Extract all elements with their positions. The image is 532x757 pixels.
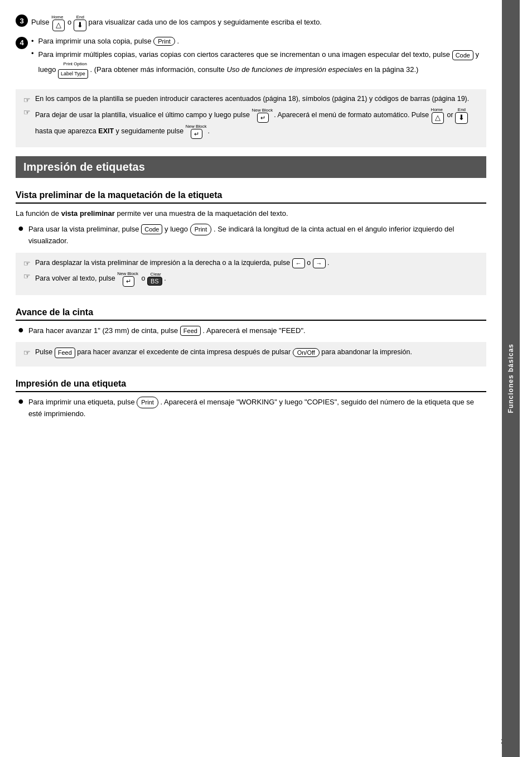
side-tab: Funciones básicas bbox=[502, 0, 520, 757]
labeltype-sup: Print Option bbox=[58, 61, 88, 68]
feed-bullet-text: Para hacer avanzar 1" (23 mm) de cinta, … bbox=[28, 325, 306, 337]
labeltype-key-wrapper: Print Option Label Type bbox=[58, 61, 88, 80]
feed-note-block: ☞ Pulse Feed para hacer avanzar el exced… bbox=[16, 342, 486, 366]
home-key-wrapper: Home △ bbox=[51, 15, 65, 31]
home-key-wrapper-2: Home △ bbox=[431, 107, 445, 124]
print-bullet-item: ● Para imprimir una etiqueta, pulse Prin… bbox=[18, 397, 486, 420]
newblock-sup-3: New Block bbox=[117, 271, 139, 276]
feed-bullet-item: ● Para hacer avanzar 1" (23 mm) de cinta… bbox=[18, 325, 486, 337]
onoff-key[interactable]: On/Off bbox=[293, 348, 320, 357]
page: 3 Pulse Home △ o End ⬇ para visualizar c… bbox=[0, 0, 532, 757]
newblock-key-2[interactable]: ↵ bbox=[191, 129, 202, 139]
bs-key[interactable]: BS bbox=[147, 277, 162, 286]
step4-row: 4 • Para imprimir una sola copia, pulse … bbox=[16, 37, 486, 83]
preview-bullet-dot: ● bbox=[18, 223, 24, 234]
step3-circle: 3 bbox=[16, 15, 28, 27]
step3-row: 3 Pulse Home △ o End ⬇ para visualizar c… bbox=[16, 15, 486, 31]
print-bullet-dot: ● bbox=[18, 396, 24, 407]
bs-sup: Clear bbox=[147, 272, 162, 277]
newblock-key-wrapper-3: New Block ↵ bbox=[117, 271, 139, 286]
section1-heading: Impresión de etiquetas bbox=[16, 156, 486, 178]
step4-bullet1: • Para imprimir una sola copia, pulse Pr… bbox=[31, 37, 486, 46]
subsection1-heading: Vista preliminar de la maquetación de la… bbox=[16, 186, 486, 204]
home-sup: Home bbox=[51, 15, 65, 20]
end-key-2[interactable]: ⬇ bbox=[455, 112, 468, 124]
step4-bullet2: • Para imprimir múltiples copias, varias… bbox=[31, 49, 486, 79]
newblock-key-wrapper-1: New Block ↵ bbox=[252, 108, 274, 123]
side-tab-label: Funciones básicas bbox=[507, 344, 515, 413]
bs-key-wrapper: Clear BS bbox=[147, 272, 162, 286]
end-sup-2: End bbox=[455, 107, 468, 112]
note2-line2: ☞ Para volver al texto, pulse New Block … bbox=[23, 271, 478, 286]
end-sup: End bbox=[74, 15, 86, 20]
newblock-sup-1: New Block bbox=[252, 108, 274, 113]
preview-bullet-text: Para usar la vista preliminar, pulse Cod… bbox=[28, 224, 486, 247]
right-arrow-key[interactable]: → bbox=[313, 258, 326, 268]
note-icon-4: ☞ bbox=[23, 272, 31, 281]
print-key-2[interactable]: Print bbox=[190, 224, 212, 236]
preview-intro-paragraph: La función de vista preliminar permite v… bbox=[16, 208, 486, 219]
note-icon-2: ☞ bbox=[23, 108, 31, 117]
note-icon-1: ☞ bbox=[23, 95, 31, 104]
left-arrow-key[interactable]: ← bbox=[292, 258, 305, 268]
feed-key-2[interactable]: Feed bbox=[55, 348, 75, 358]
feed-key-1[interactable]: Feed bbox=[180, 326, 201, 336]
end-key-wrapper-2: End ⬇ bbox=[455, 107, 468, 124]
code-key-2[interactable]: Code bbox=[141, 224, 162, 234]
step4-bullet2-text: Para imprimir múltiples copias, varias c… bbox=[38, 49, 486, 79]
note-block-2: ☞ Para desplazar la vista preliminar de … bbox=[16, 253, 486, 295]
subsection2-heading: Avance de la cinta bbox=[16, 303, 486, 321]
home-key[interactable]: △ bbox=[52, 20, 65, 31]
code-key-1[interactable]: Code bbox=[452, 50, 473, 60]
print-key-1[interactable]: Print bbox=[153, 37, 175, 46]
newblock-key-1[interactable]: ↵ bbox=[257, 113, 269, 123]
print-key-3[interactable]: Print bbox=[137, 397, 158, 409]
note1-line2: ☞ Para dejar de usar la plantilla, visua… bbox=[23, 107, 478, 139]
bullet-dot-1: • bbox=[31, 37, 34, 45]
preview-bullet-item: ● Para usar la vista preliminar, pulse C… bbox=[18, 224, 486, 247]
subsection3-heading: Impresión de una etiqueta bbox=[16, 374, 486, 392]
end-key-wrapper: End ⬇ bbox=[74, 15, 86, 31]
step4-content: • Para imprimir una sola copia, pulse Pr… bbox=[31, 37, 486, 83]
bullet-dot-2: • bbox=[31, 49, 34, 57]
home-key-2[interactable]: △ bbox=[432, 112, 444, 124]
newblock-key-3[interactable]: ↵ bbox=[123, 276, 134, 286]
note-icon-5: ☞ bbox=[23, 348, 31, 357]
feed-bullet-dot: ● bbox=[18, 324, 24, 336]
special-print-italic: Uso de funciones de impresión especiales bbox=[226, 65, 362, 74]
note1-line1: ☞ En los campos de la plantilla se puede… bbox=[23, 95, 478, 104]
end-key[interactable]: ⬇ bbox=[74, 20, 86, 31]
newblock-key-wrapper-2: New Block ↵ bbox=[186, 124, 208, 139]
labeltype-key[interactable]: Label Type bbox=[58, 69, 88, 78]
home-sup-2: Home bbox=[431, 107, 445, 112]
step4-bullet1-text: Para imprimir una sola copia, pulse Prin… bbox=[38, 37, 180, 46]
exit-label: EXIT bbox=[98, 127, 114, 135]
print-bullet-text: Para imprimir una etiqueta, pulse Print … bbox=[28, 397, 486, 420]
preview-bold-text: vista preliminar bbox=[61, 209, 115, 218]
step3-text: Pulse Home △ o End ⬇ para visualizar cad… bbox=[31, 15, 322, 31]
main-content: 3 Pulse Home △ o End ⬇ para visualizar c… bbox=[0, 0, 502, 757]
note2-line1: ☞ Para desplazar la vista preliminar de … bbox=[23, 258, 478, 268]
newblock-sup-2: New Block bbox=[186, 124, 208, 129]
note-icon-3: ☞ bbox=[23, 259, 31, 268]
feed-note-line: ☞ Pulse Feed para hacer avanzar el exced… bbox=[23, 348, 478, 358]
note-block-1: ☞ En los campos de la plantilla se puede… bbox=[16, 89, 486, 147]
step4-circle: 4 bbox=[16, 37, 28, 49]
